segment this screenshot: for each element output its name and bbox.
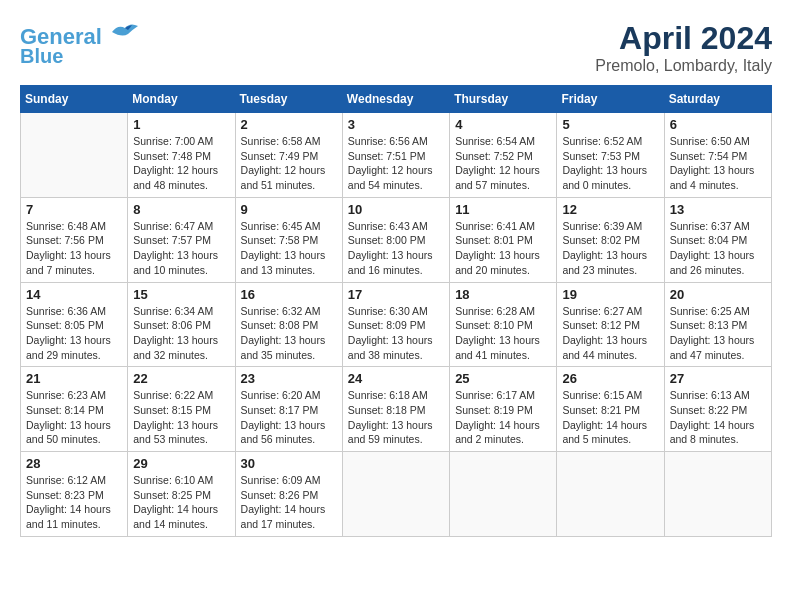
day-number: 22 [133,371,229,386]
calendar-week-row: 7Sunrise: 6:48 AM Sunset: 7:56 PM Daylig… [21,197,772,282]
day-info: Sunrise: 6:37 AM Sunset: 8:04 PM Dayligh… [670,219,766,278]
day-info: Sunrise: 6:17 AM Sunset: 8:19 PM Dayligh… [455,388,551,447]
weekday-header: Saturday [664,86,771,113]
day-info: Sunrise: 6:43 AM Sunset: 8:00 PM Dayligh… [348,219,444,278]
calendar-cell: 22Sunrise: 6:22 AM Sunset: 8:15 PM Dayli… [128,367,235,452]
day-number: 18 [455,287,551,302]
calendar-cell: 27Sunrise: 6:13 AM Sunset: 8:22 PM Dayli… [664,367,771,452]
day-info: Sunrise: 6:47 AM Sunset: 7:57 PM Dayligh… [133,219,229,278]
calendar-cell: 4Sunrise: 6:54 AM Sunset: 7:52 PM Daylig… [450,113,557,198]
day-info: Sunrise: 6:18 AM Sunset: 8:18 PM Dayligh… [348,388,444,447]
calendar-cell: 20Sunrise: 6:25 AM Sunset: 8:13 PM Dayli… [664,282,771,367]
day-number: 26 [562,371,658,386]
day-number: 17 [348,287,444,302]
day-info: Sunrise: 6:30 AM Sunset: 8:09 PM Dayligh… [348,304,444,363]
calendar-cell: 25Sunrise: 6:17 AM Sunset: 8:19 PM Dayli… [450,367,557,452]
calendar-cell: 28Sunrise: 6:12 AM Sunset: 8:23 PM Dayli… [21,452,128,537]
day-number: 15 [133,287,229,302]
calendar-cell: 7Sunrise: 6:48 AM Sunset: 7:56 PM Daylig… [21,197,128,282]
day-info: Sunrise: 6:10 AM Sunset: 8:25 PM Dayligh… [133,473,229,532]
day-number: 23 [241,371,337,386]
day-number: 3 [348,117,444,132]
day-info: Sunrise: 6:15 AM Sunset: 8:21 PM Dayligh… [562,388,658,447]
weekday-header: Friday [557,86,664,113]
day-number: 14 [26,287,122,302]
day-info: Sunrise: 6:09 AM Sunset: 8:26 PM Dayligh… [241,473,337,532]
day-number: 5 [562,117,658,132]
day-number: 20 [670,287,766,302]
day-info: Sunrise: 6:52 AM Sunset: 7:53 PM Dayligh… [562,134,658,193]
calendar-cell: 17Sunrise: 6:30 AM Sunset: 8:09 PM Dayli… [342,282,449,367]
day-info: Sunrise: 6:39 AM Sunset: 8:02 PM Dayligh… [562,219,658,278]
calendar-cell: 9Sunrise: 6:45 AM Sunset: 7:58 PM Daylig… [235,197,342,282]
day-number: 24 [348,371,444,386]
calendar-cell: 8Sunrise: 6:47 AM Sunset: 7:57 PM Daylig… [128,197,235,282]
calendar-week-row: 14Sunrise: 6:36 AM Sunset: 8:05 PM Dayli… [21,282,772,367]
day-number: 6 [670,117,766,132]
day-info: Sunrise: 6:36 AM Sunset: 8:05 PM Dayligh… [26,304,122,363]
calendar-cell: 18Sunrise: 6:28 AM Sunset: 8:10 PM Dayli… [450,282,557,367]
day-info: Sunrise: 7:00 AM Sunset: 7:48 PM Dayligh… [133,134,229,193]
day-number: 11 [455,202,551,217]
day-number: 28 [26,456,122,471]
calendar-cell [450,452,557,537]
weekday-header: Wednesday [342,86,449,113]
day-info: Sunrise: 6:32 AM Sunset: 8:08 PM Dayligh… [241,304,337,363]
day-number: 19 [562,287,658,302]
day-number: 25 [455,371,551,386]
calendar-cell: 21Sunrise: 6:23 AM Sunset: 8:14 PM Dayli… [21,367,128,452]
weekday-header: Tuesday [235,86,342,113]
day-info: Sunrise: 6:27 AM Sunset: 8:12 PM Dayligh… [562,304,658,363]
day-info: Sunrise: 6:23 AM Sunset: 8:14 PM Dayligh… [26,388,122,447]
calendar-cell: 12Sunrise: 6:39 AM Sunset: 8:02 PM Dayli… [557,197,664,282]
calendar-cell: 29Sunrise: 6:10 AM Sunset: 8:25 PM Dayli… [128,452,235,537]
month-title: April 2024 [595,20,772,57]
day-number: 10 [348,202,444,217]
weekday-header: Sunday [21,86,128,113]
calendar-cell [342,452,449,537]
day-info: Sunrise: 6:28 AM Sunset: 8:10 PM Dayligh… [455,304,551,363]
calendar-cell: 19Sunrise: 6:27 AM Sunset: 8:12 PM Dayli… [557,282,664,367]
calendar-cell: 15Sunrise: 6:34 AM Sunset: 8:06 PM Dayli… [128,282,235,367]
calendar-cell: 24Sunrise: 6:18 AM Sunset: 8:18 PM Dayli… [342,367,449,452]
day-info: Sunrise: 6:20 AM Sunset: 8:17 PM Dayligh… [241,388,337,447]
day-number: 12 [562,202,658,217]
day-number: 7 [26,202,122,217]
location-title: Premolo, Lombardy, Italy [595,57,772,75]
calendar-cell: 26Sunrise: 6:15 AM Sunset: 8:21 PM Dayli… [557,367,664,452]
day-info: Sunrise: 6:48 AM Sunset: 7:56 PM Dayligh… [26,219,122,278]
calendar-cell: 1Sunrise: 7:00 AM Sunset: 7:48 PM Daylig… [128,113,235,198]
day-info: Sunrise: 6:54 AM Sunset: 7:52 PM Dayligh… [455,134,551,193]
day-number: 1 [133,117,229,132]
day-info: Sunrise: 6:12 AM Sunset: 8:23 PM Dayligh… [26,473,122,532]
calendar-cell [664,452,771,537]
day-info: Sunrise: 6:41 AM Sunset: 8:01 PM Dayligh… [455,219,551,278]
day-info: Sunrise: 6:25 AM Sunset: 8:13 PM Dayligh… [670,304,766,363]
day-info: Sunrise: 6:45 AM Sunset: 7:58 PM Dayligh… [241,219,337,278]
logo-bird-icon [110,20,140,44]
calendar-week-row: 28Sunrise: 6:12 AM Sunset: 8:23 PM Dayli… [21,452,772,537]
day-info: Sunrise: 6:34 AM Sunset: 8:06 PM Dayligh… [133,304,229,363]
weekday-header: Monday [128,86,235,113]
calendar-cell: 3Sunrise: 6:56 AM Sunset: 7:51 PM Daylig… [342,113,449,198]
day-info: Sunrise: 6:22 AM Sunset: 8:15 PM Dayligh… [133,388,229,447]
day-number: 16 [241,287,337,302]
day-number: 9 [241,202,337,217]
day-number: 13 [670,202,766,217]
day-info: Sunrise: 6:56 AM Sunset: 7:51 PM Dayligh… [348,134,444,193]
calendar-cell [21,113,128,198]
calendar-cell: 6Sunrise: 6:50 AM Sunset: 7:54 PM Daylig… [664,113,771,198]
day-info: Sunrise: 6:58 AM Sunset: 7:49 PM Dayligh… [241,134,337,193]
calendar-cell: 23Sunrise: 6:20 AM Sunset: 8:17 PM Dayli… [235,367,342,452]
weekday-header: Thursday [450,86,557,113]
calendar-cell: 14Sunrise: 6:36 AM Sunset: 8:05 PM Dayli… [21,282,128,367]
calendar-cell: 2Sunrise: 6:58 AM Sunset: 7:49 PM Daylig… [235,113,342,198]
logo: General Blue [20,20,140,67]
calendar-cell: 5Sunrise: 6:52 AM Sunset: 7:53 PM Daylig… [557,113,664,198]
day-info: Sunrise: 6:13 AM Sunset: 8:22 PM Dayligh… [670,388,766,447]
calendar-cell: 11Sunrise: 6:41 AM Sunset: 8:01 PM Dayli… [450,197,557,282]
day-number: 29 [133,456,229,471]
day-number: 21 [26,371,122,386]
calendar-cell: 16Sunrise: 6:32 AM Sunset: 8:08 PM Dayli… [235,282,342,367]
day-number: 30 [241,456,337,471]
